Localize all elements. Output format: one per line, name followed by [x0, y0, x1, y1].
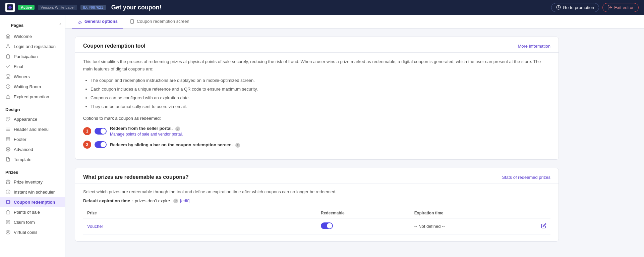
sidebar-item-virtual-coins[interactable]: Virtual coins — [0, 227, 65, 237]
features-list: The coupon and redemption instructions a… — [83, 76, 550, 111]
sidebar-item-footer[interactable]: Footer — [0, 134, 65, 144]
sidebar-label-waiting-room: Waiting Room — [14, 84, 41, 89]
layout-icon — [5, 137, 11, 142]
sidebar-item-instant-win[interactable]: Instant win scheduler — [0, 187, 65, 197]
prizes-table: Prize Redeemable Expiration time Voucher — [83, 208, 550, 235]
prizes-section-body: Select which prizes are redeemable throu… — [75, 184, 559, 241]
prize-name-cell[interactable]: Voucher — [83, 218, 317, 235]
gift-icon — [5, 179, 11, 185]
sidebar-item-appearance[interactable]: Appearance — [0, 114, 65, 124]
help-icon-1[interactable]: ? — [175, 126, 180, 131]
svg-point-11 — [7, 119, 7, 119]
col-prize-header: Prize — [83, 208, 317, 218]
sidebar-item-expired[interactable]: Expired promotion — [0, 92, 65, 102]
option-1-toggle[interactable] — [95, 128, 107, 135]
sidebar-label-instant-win: Instant win scheduler — [14, 190, 55, 195]
sidebar-design-header: Design — [0, 102, 65, 114]
sidebar-item-participation[interactable]: Participation — [0, 51, 65, 61]
sidebar-label-header-menu: Header and menu — [14, 127, 49, 132]
sidebar-label-appearance: Appearance — [14, 117, 37, 122]
main-content: General options Coupon redemption screen… — [65, 15, 644, 257]
prizes-section-header: What prizes are redeemable as coupons? S… — [75, 168, 559, 184]
option-1-number: 1 — [83, 127, 91, 135]
tabs-bar: General options Coupon redemption screen — [65, 15, 644, 29]
tool-section-header: Coupon redemption tool More information — [75, 37, 559, 53]
tool-section: Coupon redemption tool More information … — [75, 37, 559, 160]
logo — [5, 3, 15, 12]
home-icon — [5, 34, 11, 39]
sidebar-item-final[interactable]: Final — [0, 61, 65, 71]
sidebar-item-waiting-room[interactable]: Waiting Room — [0, 82, 65, 92]
prizes-description: Select which prizes are redeemable throu… — [83, 189, 550, 194]
redeemable-cell — [317, 218, 410, 235]
help-icon-expiry[interactable]: ? — [173, 199, 178, 203]
sidebar-item-header-menu[interactable]: Header and menu — [0, 124, 65, 134]
col-expiry-header: Expiration time — [410, 208, 527, 218]
sidebar-item-claim-form[interactable]: Claim form — [0, 217, 65, 227]
form-icon — [5, 219, 11, 225]
sidebar-label-prize-inventory: Prize inventory — [14, 179, 43, 185]
user-icon — [5, 44, 11, 49]
manage-pos-link[interactable]: Manage points of sale and vendor portal. — [110, 132, 183, 137]
expiry-label: Default expiration time : — [83, 198, 133, 203]
edit-expiry-link[interactable]: [edit] — [180, 198, 189, 203]
expiry-cell: -- Not defined -- — [410, 218, 527, 235]
option-1-row: 1 Redeem from the seller portal. ? M — [83, 125, 550, 137]
option-2-text: Redeem by sliding a bar on the coupon re… — [110, 142, 240, 148]
svg-rect-27 — [131, 19, 133, 23]
redeemable-toggle[interactable] — [321, 222, 333, 229]
tab-coupon-screen[interactable]: Coupon redemption screen — [124, 15, 195, 29]
go-to-promotion-button[interactable]: Go to promotion — [551, 3, 599, 12]
topbar: Active Version: White Label ID: #987621 … — [0, 0, 644, 15]
tab-general-options-label: General options — [84, 19, 118, 24]
option-2-toggle[interactable] — [95, 141, 107, 148]
sidebar-item-login[interactable]: Login and registration — [0, 41, 65, 51]
tool-section-title: Coupon redemption tool — [83, 43, 145, 49]
file-icon — [5, 157, 11, 162]
alert-triangle-icon — [5, 94, 11, 99]
sidebar-item-points-of-sale[interactable]: Points of sale — [0, 207, 65, 217]
trophy-icon — [5, 74, 11, 79]
sidebar-prizes-header: Prizes — [0, 164, 65, 177]
coin-icon — [5, 229, 11, 235]
svg-rect-4 — [7, 54, 9, 55]
sidebar-label-claim-form: Claim form — [14, 220, 35, 225]
settings-icon — [5, 147, 11, 152]
feature-item: Coupons can be configured with an expira… — [91, 94, 550, 102]
edit-pencil-icon[interactable] — [541, 224, 546, 229]
tab-coupon-screen-label: Coupon redemption screen — [137, 19, 189, 24]
sidebar-collapse-button[interactable]: ‹ — [57, 19, 64, 28]
tab-general-options[interactable]: General options — [72, 15, 123, 29]
sidebar-item-welcome[interactable]: Welcome — [0, 31, 65, 41]
sidebar-label-coupon-redemption: Coupon redemption — [14, 200, 55, 205]
sidebar-item-template[interactable]: Template — [0, 154, 65, 164]
sidebar-item-winners[interactable]: Winners — [0, 71, 65, 82]
prizes-section: What prizes are redeemable as coupons? S… — [75, 168, 559, 242]
more-information-link[interactable]: More information — [518, 44, 550, 49]
col-redeemable-header: Redeemable — [317, 208, 410, 218]
sidebar-item-coupon-redemption[interactable]: Coupon redemption — [0, 197, 65, 207]
instant-win-icon — [5, 189, 11, 195]
svg-point-8 — [8, 118, 9, 118]
sidebar-item-advanced[interactable]: Advanced — [0, 144, 65, 154]
stats-link[interactable]: Stats of redeemed prizes — [502, 175, 550, 180]
svg-point-26 — [79, 21, 80, 22]
option-1-toggle-wrap — [95, 128, 107, 135]
exit-editor-button[interactable]: Exit editor — [602, 3, 639, 12]
badge-id: ID: #987621 — [80, 5, 106, 10]
sidebar-pages-header: Pages — [5, 17, 29, 30]
feature-item: Each coupon includes a unique reference … — [91, 85, 550, 94]
option-2-number: 2 — [83, 141, 91, 149]
expiry-value: prizes don't expire — [135, 198, 170, 203]
sidebar-label-welcome: Welcome — [14, 34, 32, 39]
option-1-text: Redeem from the seller portal. ? Manage … — [110, 125, 183, 137]
sidebar-item-prize-inventory[interactable]: Prize inventory — [0, 177, 65, 187]
sidebar-label-points-of-sale: Points of sale — [14, 210, 40, 215]
help-icon-2[interactable]: ? — [235, 143, 240, 148]
feature-item: They can be automatically sent to users … — [91, 102, 550, 111]
sidebar-label-expired: Expired promotion — [14, 94, 49, 99]
feature-item: The coupon and redemption instructions a… — [91, 76, 550, 85]
sidebar-label-participation: Participation — [14, 54, 38, 59]
tool-section-body: This tool simplifies the process of rede… — [75, 53, 559, 159]
clipboard-icon — [5, 54, 11, 59]
